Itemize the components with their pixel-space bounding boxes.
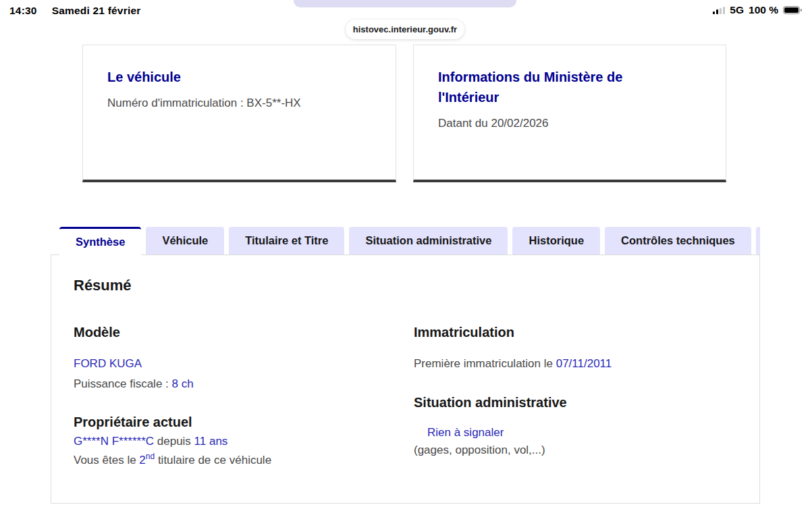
browser-toolbar-remnant [294,0,516,7]
situation-status-value: Rien à signaler [427,426,504,440]
situation-note: (gages, opposition, vol,...) [414,444,545,457]
tab-situation-administrative[interactable]: Situation administrative [349,227,508,255]
current-owner-heading: Propriétaire actuel [74,415,192,430]
signal-strength-icon [713,7,725,14]
network-type-label: 5G [730,4,744,16]
model-name-value: FORD KUGA [74,357,142,371]
tab-titulaire-et-titre[interactable]: Titulaire et Titre [229,227,344,255]
synthesis-panel: Résumé Modèle FORD KUGA Puissance fiscal… [51,255,760,504]
vehicle-card-title: Le véhicule [107,67,350,87]
holder-rank-ordinal: nd [146,452,155,461]
first-registration-line: Première immatriculation le 07/11/2011 [414,357,612,371]
model-heading: Modèle [74,325,120,340]
signal-bar [720,8,722,14]
fiscal-power-label: Puissance fiscale : [74,377,172,390]
ministry-info-card: Informations du Ministère de l'Intérieur… [413,45,726,182]
holder-suffix: titulaire de ce véhicule [155,454,271,467]
tab-historique[interactable]: Historique [512,227,600,255]
address-bar-pill[interactable]: histovec.interieur.gouv.fr [346,20,464,39]
vehicle-card: Le véhicule Numéro d'immatriculation : B… [82,45,396,182]
owner-masked-name: G****N F******C [74,435,154,448]
section-tab-bar: Synthèse Véhicule Titulaire et Titre Sit… [51,227,760,255]
owner-line: G****N F******C depuis 11 ans [74,435,227,448]
battery-icon [783,6,802,14]
fiscal-power-line: Puissance fiscale : 8 ch [74,377,194,391]
signal-bar [716,9,718,14]
tab-synthese[interactable]: Synthèse [59,227,141,255]
status-bar-right: 5G 100 % [713,4,802,16]
holder-rank-line: Vous êtes le 2nd titulaire de ce véhicul… [74,452,271,467]
owner-since-value: 11 ans [194,435,228,448]
ministry-info-card-date: Datant du 20/02/2026 [438,115,701,132]
battery-level [784,7,799,13]
screen: { "status_bar": { "time": "14:30", "date… [0,0,810,532]
panel-title: Résumé [74,277,132,294]
battery-nub [801,9,802,11]
battery-shell [783,6,800,14]
clock: 14:30 [9,5,37,16]
registration-heading: Immatriculation [414,325,514,340]
signal-bar [723,7,725,14]
ministry-info-card-title: Informations du Ministère de l'Intérieur [438,67,681,107]
status-bar-left: 14:30Samedi 21 février [9,5,140,17]
status-date: Samedi 21 février [52,5,141,16]
vehicle-card-registration-number: Numéro d'immatriculation : BX-5**-HX [107,95,371,112]
holder-prefix: Vous êtes le [74,454,139,467]
administrative-situation-heading: Situation administrative [414,395,567,410]
first-registration-label: Première immatriculation le [414,357,556,370]
tab-controles-techniques[interactable]: Contrôles techniques [605,227,751,255]
address-bar-url: histovec.interieur.gouv.fr [353,24,457,34]
owner-since-label: depuis [154,435,194,448]
first-registration-date: 07/11/2011 [556,357,612,370]
signal-bar [713,11,715,14]
fiscal-power-value: 8 ch [172,377,194,390]
holder-rank-number: 2 [139,454,145,467]
tab-vehicule[interactable]: Véhicule [146,227,224,255]
tab-kilometrage[interactable]: Kilométrage [756,227,760,255]
battery-percent-label: 100 % [749,4,778,16]
